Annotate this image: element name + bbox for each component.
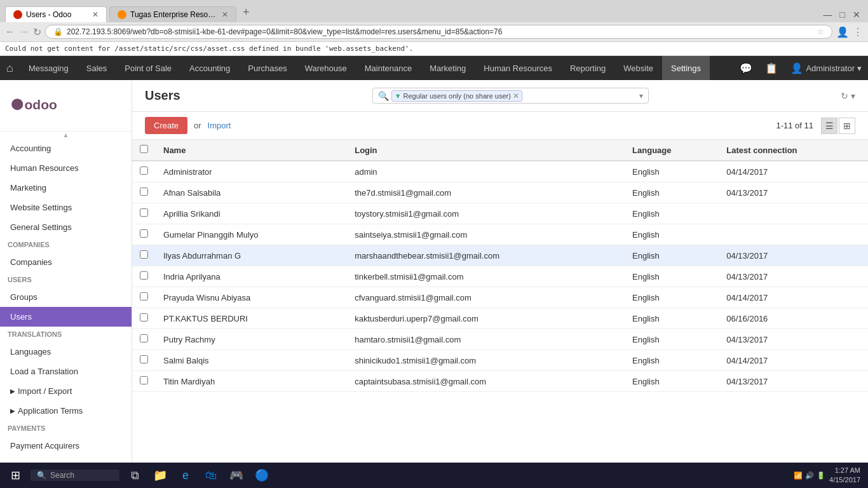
sidebar-item-hr[interactable]: Human Resources <box>0 158 132 178</box>
sidebar-item-general-settings[interactable]: General Settings <box>0 217 132 237</box>
back-btn[interactable]: ← <box>5 26 15 37</box>
nav-item-marketing[interactable]: Marketing <box>421 56 475 80</box>
row-language-10: English <box>625 371 719 392</box>
refresh-search-btn[interactable]: ↻ <box>841 91 848 101</box>
sidebar-item-marketing[interactable]: Marketing <box>0 178 132 198</box>
row-checkbox-1[interactable] <box>132 182 156 203</box>
sidebar-item-languages[interactable]: Languages <box>0 342 132 362</box>
nav-item-settings[interactable]: Settings <box>662 56 710 80</box>
sidebar-scroll-up[interactable]: ▲ <box>0 131 132 139</box>
maximize-btn[interactable]: □ <box>837 10 848 20</box>
row-checkbox-2[interactable] <box>132 203 156 224</box>
create-button[interactable]: Create <box>145 117 187 134</box>
sound-icon[interactable]: 🔊 <box>805 471 814 480</box>
row-name-2: Aprillia Srikandi <box>156 203 347 224</box>
taskbar-app1[interactable]: 🎮 <box>225 464 248 487</box>
sidebar-group-users: Users <box>0 272 132 287</box>
table-row[interactable]: Administrator admin English 04/14/2017 <box>132 161 868 182</box>
col-login: Login <box>347 140 625 161</box>
table-row[interactable]: Indria Aprilyana tinkerbell.stmisii1@gma… <box>132 266 868 287</box>
toolbar: Create or Import 1-11 of 11 ☰ ⊞ <box>132 112 868 140</box>
nav-item-accounting[interactable]: Accounting <box>180 56 239 80</box>
table-row[interactable]: Gumelar Pinanggih Mulyo saintseiya.stmis… <box>132 224 868 245</box>
row-checkbox-0[interactable] <box>132 161 156 182</box>
minimize-btn[interactable]: — <box>821 10 835 20</box>
select-all-checkbox[interactable] <box>140 145 148 153</box>
sidebar-item-groups[interactable]: Groups <box>0 287 132 307</box>
forward-btn[interactable]: → <box>19 26 29 37</box>
list-view-btn[interactable]: ☰ <box>821 118 837 134</box>
row-checkbox-9[interactable] <box>132 350 156 371</box>
odoo-logo-svg: odoo <box>10 90 67 119</box>
admin-menu[interactable]: 👤 Administrator ▾ <box>784 62 868 74</box>
tab-close-1[interactable]: ✕ <box>92 10 98 19</box>
table-row[interactable]: Salmi Balqis shinicikudo1.stmisii1@gmail… <box>132 350 868 371</box>
taskbar-chrome[interactable]: 🔵 <box>250 464 273 487</box>
tab-active[interactable]: Users - Odoo ✕ <box>5 6 107 22</box>
kanban-view-btn[interactable]: ⊞ <box>839 118 855 134</box>
taskbar-files[interactable]: 📁 <box>149 464 172 487</box>
table-row[interactable]: PT.KAKTUS BERDURI kaktusberduri.uperp7@g… <box>132 308 868 329</box>
taskbar-search[interactable]: 🔍 Search <box>31 470 119 481</box>
row-checkbox-10[interactable] <box>132 371 156 392</box>
sidebar-item-companies[interactable]: Companies <box>0 252 132 272</box>
settings-icon-browser[interactable]: ⋮ <box>853 26 863 38</box>
row-checkbox-5[interactable] <box>132 266 156 287</box>
close-btn[interactable]: ✕ <box>850 10 863 20</box>
sidebar-item-users[interactable]: Users <box>0 307 132 327</box>
sidebar-item-payment-acquirers[interactable]: Payment Acquirers <box>0 436 132 456</box>
tab-close-2[interactable]: ✕ <box>222 10 228 19</box>
sidebar-item-import-export[interactable]: ▶ Import / Export <box>0 381 132 401</box>
row-checkbox-6[interactable] <box>132 287 156 308</box>
search-filter-tag: ▼ Regular users only (no share user) ✕ <box>391 90 522 102</box>
nav-item-reporting[interactable]: Reporting <box>561 56 614 80</box>
taskbar-store[interactable]: 🛍 <box>200 464 222 487</box>
battery-icon[interactable]: 🔋 <box>817 471 825 480</box>
nav-item-website[interactable]: Website <box>614 56 662 80</box>
row-checkbox-4[interactable] <box>132 245 156 266</box>
network-icon[interactable]: 📶 <box>794 471 803 480</box>
taskbar-edge[interactable]: e <box>174 464 197 487</box>
table-row[interactable]: Prayuda Wisnu Abiyasa cfvanguard.stmisii… <box>132 287 868 308</box>
nav-item-hr[interactable]: Human Resources <box>475 56 561 80</box>
row-checkbox-3[interactable] <box>132 224 156 245</box>
search-options-btn[interactable]: ▾ <box>851 91 855 101</box>
nav-item-purchases[interactable]: Purchases <box>239 56 295 80</box>
reload-btn[interactable]: ↻ <box>33 26 41 38</box>
sidebar-item-load-translation[interactable]: Load a Translation <box>0 362 132 381</box>
row-language-9: English <box>625 350 719 371</box>
table-row[interactable]: Titin Mardiyah captaintsubasa.stmisii1@g… <box>132 371 868 392</box>
nav-item-pos[interactable]: Point of Sale <box>116 56 180 80</box>
table-row[interactable]: Putry Rachmy hamtaro.stmisii1@gmail.com … <box>132 329 868 350</box>
nav-home-icon[interactable]: ⌂ <box>0 62 20 75</box>
select-all-col[interactable] <box>132 140 156 161</box>
row-checkbox-7[interactable] <box>132 308 156 329</box>
filter-remove-btn[interactable]: ✕ <box>513 92 519 100</box>
taskbar-task-view[interactable]: ⧉ <box>123 464 146 487</box>
nav-item-sales[interactable]: Sales <box>78 56 116 80</box>
address-bar[interactable]: 🔒 202.72.193.5:8069/web?db=o8-stmisii1-k… <box>45 25 832 39</box>
table-row[interactable]: Afnan Salsabila the7d.stmisii1@gmail.com… <box>132 182 868 203</box>
nav-item-maintenance[interactable]: Maintenance <box>356 56 421 80</box>
sidebar-item-app-terms[interactable]: ▶ Application Terms <box>0 401 132 421</box>
row-checkbox-8[interactable] <box>132 329 156 350</box>
extensions-icon[interactable]: 👤 <box>836 26 849 38</box>
bookmark-icon[interactable]: ☆ <box>817 27 824 36</box>
search-bar[interactable]: 🔍 ▼ Regular users only (no share user) ✕… <box>372 88 649 104</box>
nav-item-messaging[interactable]: Messaging <box>20 56 78 80</box>
table-row[interactable]: Aprillia Srikandi toystory.stmisii1@gmai… <box>132 203 868 224</box>
sidebar-logo: odoo <box>0 80 132 131</box>
nav-item-warehouse[interactable]: Warehouse <box>296 56 356 80</box>
tab-inactive[interactable]: Tugas Enterprise Resour... ✕ <box>109 6 236 22</box>
chat-icon[interactable]: 💬 <box>733 62 759 74</box>
search-input[interactable] <box>522 90 637 102</box>
start-button[interactable]: ⊞ <box>3 464 28 487</box>
table-row[interactable]: Ilyas Abdurrahman G marshaandthebear.stm… <box>132 245 868 266</box>
new-tab-btn[interactable]: + <box>236 3 256 22</box>
lock-icon: 🔒 <box>53 27 63 36</box>
sidebar-item-website-settings[interactable]: Website Settings <box>0 198 132 217</box>
search-dropdown-btn[interactable]: ▾ <box>639 92 643 100</box>
activity-icon[interactable]: 📋 <box>759 62 784 74</box>
sidebar-item-accounting[interactable]: Accounting <box>0 139 132 158</box>
import-link[interactable]: Import <box>208 121 231 130</box>
